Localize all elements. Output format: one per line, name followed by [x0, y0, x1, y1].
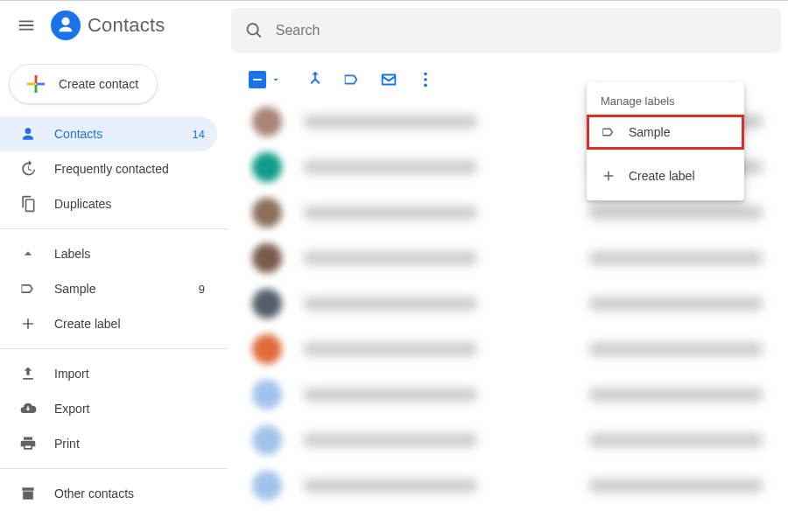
- select-all-checkbox[interactable]: [249, 71, 266, 88]
- sidebar-item-count: 9: [199, 283, 205, 296]
- contact-avatar: [252, 152, 282, 182]
- search-icon: [245, 21, 264, 40]
- sidebar-item-import[interactable]: Import: [0, 356, 217, 391]
- app-title: Contacts: [88, 14, 165, 37]
- history-icon: [19, 160, 37, 178]
- contact-avatar: [252, 107, 282, 136]
- svg-point-5: [424, 78, 427, 81]
- caret-down-icon: [271, 74, 281, 85]
- main: Manage labels Sample Create label: [228, 1, 788, 532]
- sidebar-item-label: Other contacts: [54, 486, 205, 500]
- contact-email-redacted: [588, 388, 763, 402]
- contact-avatar: [252, 198, 282, 228]
- sidebar-item-label: Contacts: [54, 127, 175, 141]
- contact-name-redacted: [303, 342, 478, 356]
- chevron-down-icon: [19, 245, 37, 262]
- contact-email-redacted: [588, 297, 763, 311]
- contact-row[interactable]: [228, 372, 788, 417]
- print-icon: [19, 435, 37, 452]
- manage-labels-popup: Manage labels Sample Create label: [587, 82, 744, 200]
- main-menu-button[interactable]: [9, 8, 44, 43]
- email-button[interactable]: [373, 64, 405, 95]
- divider: [0, 348, 228, 349]
- select-all-dropdown[interactable]: [270, 74, 282, 86]
- cloud-download-icon: [19, 400, 37, 417]
- sidebar-item-other-contacts[interactable]: Other contacts: [0, 476, 217, 511]
- sidebar-label-sample[interactable]: Sample 9: [0, 271, 217, 306]
- plus-icon: [601, 168, 616, 184]
- label-option-sample[interactable]: Sample: [587, 115, 744, 150]
- svg-rect-2: [27, 83, 35, 86]
- contact-email-redacted: [588, 206, 763, 220]
- svg-point-6: [424, 84, 427, 88]
- contact-avatar: [252, 334, 282, 364]
- sidebar-item-contacts[interactable]: Contacts 14: [0, 116, 217, 151]
- nav-other: Other contacts: [0, 476, 228, 511]
- label-option-text: Sample: [629, 125, 670, 139]
- app-logo: [51, 10, 81, 40]
- sidebar-item-label: Frequently contacted: [54, 162, 205, 176]
- contact-avatar: [252, 425, 282, 455]
- contact-avatar: [252, 243, 282, 273]
- contact-row[interactable]: [228, 326, 788, 372]
- sidebar-item-export[interactable]: Export: [0, 391, 217, 426]
- mail-icon: [379, 70, 398, 89]
- contact-name-redacted: [303, 115, 478, 129]
- create-label-option[interactable]: Create label: [587, 158, 744, 193]
- sidebar-item-label: Sample: [54, 282, 181, 296]
- contact-email-redacted: [588, 479, 763, 493]
- contact-avatar: [252, 289, 282, 318]
- svg-rect-1: [35, 85, 38, 93]
- search-input[interactable]: [276, 23, 767, 38]
- sidebar-item-label: Duplicates: [54, 197, 205, 211]
- brand-row: Contacts: [0, 1, 228, 50]
- contact-name-redacted: [303, 206, 478, 220]
- contact-name-redacted: [303, 160, 478, 174]
- contact-email-redacted: [588, 251, 763, 265]
- contact-name-redacted: [303, 479, 478, 493]
- contact-avatar: [252, 380, 282, 410]
- contact-row[interactable]: [228, 417, 788, 463]
- contact-email-redacted: [588, 433, 763, 447]
- label-button[interactable]: [336, 64, 368, 95]
- svg-rect-0: [35, 75, 38, 83]
- contact-row[interactable]: [228, 235, 788, 281]
- menu-icon: [17, 16, 36, 35]
- contact-name-redacted: [303, 297, 478, 311]
- popup-title: Manage labels: [587, 89, 744, 115]
- copy-icon: [19, 195, 37, 213]
- svg-rect-3: [37, 83, 45, 86]
- contact-avatar: [252, 471, 282, 500]
- person-icon: [56, 16, 75, 35]
- sidebar-item-print[interactable]: Print: [0, 426, 217, 461]
- more-button[interactable]: [410, 64, 441, 95]
- search-bar[interactable]: [231, 8, 781, 53]
- contact-name-redacted: [303, 433, 478, 447]
- contact-email-redacted: [588, 342, 763, 356]
- contact-name-redacted: [303, 251, 478, 265]
- sidebar-create-label[interactable]: Create label: [0, 306, 217, 341]
- sidebar-item-label: Create label: [54, 317, 205, 331]
- svg-point-4: [424, 73, 427, 76]
- contact-name-redacted: [303, 388, 478, 402]
- create-contact-button[interactable]: Create contact: [9, 64, 158, 104]
- sidebar-item-label: Print: [54, 437, 205, 451]
- contact-row[interactable]: [228, 463, 788, 508]
- divider: [0, 228, 228, 229]
- divider: [0, 468, 228, 469]
- archive-icon: [19, 485, 37, 502]
- sidebar: Contacts Create contact Contacts 14: [0, 1, 228, 532]
- nav-primary: Contacts 14 Frequently contacted Duplica…: [0, 116, 228, 221]
- sidebar-item-frequent[interactable]: Frequently contacted: [0, 151, 217, 186]
- merge-icon: [306, 70, 325, 89]
- label-icon: [601, 124, 616, 140]
- nav-labels: Labels Sample 9 Create label: [0, 236, 228, 341]
- merge-button[interactable]: [299, 64, 331, 95]
- sidebar-item-label: Export: [54, 402, 205, 416]
- upload-icon: [19, 365, 37, 382]
- nav-io: Import Export Print: [0, 356, 228, 461]
- contact-row[interactable]: [228, 281, 788, 326]
- sidebar-item-duplicates[interactable]: Duplicates: [0, 186, 217, 221]
- label-icon: [19, 280, 37, 298]
- sidebar-labels-header[interactable]: Labels: [0, 236, 217, 271]
